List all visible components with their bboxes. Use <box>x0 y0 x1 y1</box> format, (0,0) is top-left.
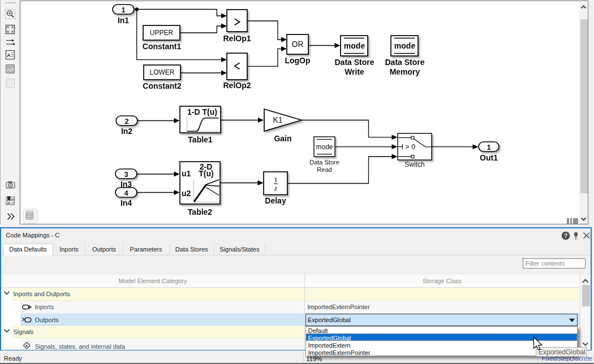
svg-text:LOWER: LOWER <box>149 68 174 76</box>
svg-text:1: 1 <box>487 143 490 151</box>
svg-text:?: ? <box>564 232 567 239</box>
svg-text:Out1: Out1 <box>480 153 498 162</box>
svg-text:Constant1: Constant1 <box>143 42 182 51</box>
svg-text:1-D T(u): 1-D T(u) <box>187 107 217 116</box>
svg-text:mode: mode <box>394 41 416 50</box>
svg-text:Table2: Table2 <box>188 207 213 216</box>
svg-text:In4: In4 <box>120 198 132 207</box>
svg-text:Constant2: Constant2 <box>143 81 182 90</box>
svg-text:2: 2 <box>124 117 128 125</box>
svg-text:Data Store: Data Store <box>334 58 374 67</box>
svg-text:Gain: Gain <box>274 134 291 143</box>
svg-text:Switch: Switch <box>404 161 424 168</box>
svg-text:Table1: Table1 <box>188 135 213 144</box>
svg-text:4: 4 <box>124 189 128 197</box>
svg-text:u1: u1 <box>182 169 191 178</box>
svg-text:Data Store: Data Store <box>385 58 424 67</box>
svg-text:In2: In2 <box>121 127 132 136</box>
svg-text:> 0: > 0 <box>405 142 415 151</box>
svg-text:x: x <box>25 343 28 348</box>
svg-text:3: 3 <box>124 170 128 179</box>
svg-text:UPPER: UPPER <box>150 29 174 37</box>
svg-text:LogOp: LogOp <box>285 56 310 65</box>
svg-text:OR: OR <box>292 40 304 49</box>
svg-text:mode: mode <box>316 143 333 151</box>
svg-text:In1: In1 <box>118 16 129 25</box>
svg-text:T(u): T(u) <box>199 169 213 178</box>
svg-text:1: 1 <box>274 175 278 184</box>
svg-text:u2: u2 <box>182 189 191 198</box>
svg-text:Delay: Delay <box>265 196 286 205</box>
svg-text:Write: Write <box>345 67 364 76</box>
svg-text:z: z <box>274 184 277 192</box>
svg-text:1: 1 <box>121 6 125 14</box>
svg-text:RelOp2: RelOp2 <box>223 81 251 90</box>
svg-text:A: A <box>7 52 11 58</box>
svg-text:Memory: Memory <box>390 67 420 76</box>
svg-text:mode: mode <box>344 41 365 50</box>
svg-text:Data Store: Data Store <box>309 159 339 166</box>
svg-text:RelOp1: RelOp1 <box>223 34 251 43</box>
svg-text:K1: K1 <box>273 115 282 124</box>
svg-text:In3: In3 <box>120 180 132 189</box>
svg-text:Read: Read <box>317 166 332 173</box>
